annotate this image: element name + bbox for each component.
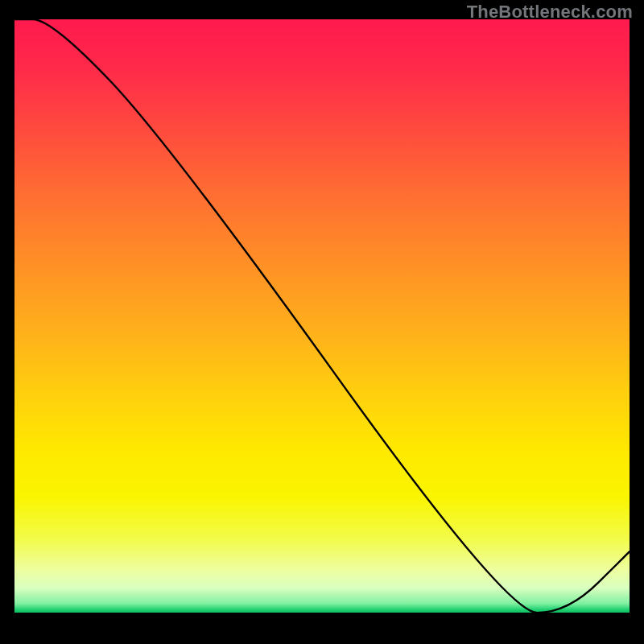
- plot-gradient-area: [14, 19, 630, 631]
- chart-container: TheBottleneck.com: [0, 0, 644, 644]
- watermark-label: TheBottleneck.com: [467, 2, 633, 23]
